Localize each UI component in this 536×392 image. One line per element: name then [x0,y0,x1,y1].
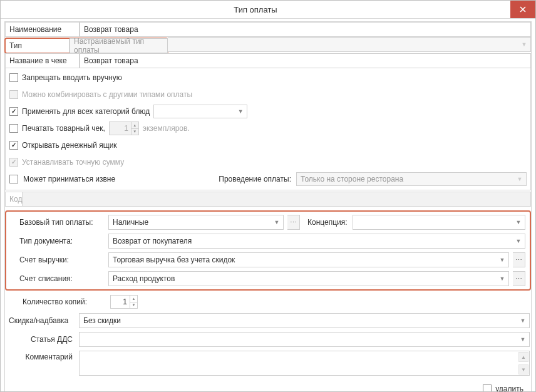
doc-type-label: Тип документа: [11,237,105,245]
dds-select[interactable]: ▼ [79,332,530,347]
name-input[interactable] [80,22,531,37]
chevron-down-icon: ▼ [518,314,528,327]
copies-stepper[interactable]: 1 ▲▼ [110,295,138,309]
name-label: Наименование [5,22,80,37]
revenue-account-select[interactable]: Торговая выручка без учета скидок ▼ [108,252,509,267]
writeoff-account-label: Счет списания: [11,274,105,283]
window-title: Тип оплаты [1,1,510,18]
scroll-down-icon[interactable]: ▼ [518,364,528,374]
code-label: Код [5,192,23,207]
accept-external-checkbox[interactable] [9,175,18,183]
delete-checkbox[interactable] [483,384,492,392]
accept-external-label: Может приниматься извне [23,175,115,183]
chevron-down-icon: ▼ [519,39,529,50]
doc-type-select[interactable]: Возврат от покупателя ▼ [108,234,525,249]
apply-all-categories-checkbox[interactable] [9,107,18,116]
chevron-down-icon: ▼ [513,235,523,247]
receipt-name-input[interactable] [80,53,531,68]
down-arrow-icon[interactable]: ▼ [130,302,137,309]
set-exact-sum-checkbox [9,158,18,167]
chevron-down-icon: ▼ [518,333,528,346]
deny-manual-checkbox[interactable] [9,73,18,82]
receipt-name-label: Название в чеке [5,53,80,68]
set-exact-sum-label: Устанавливать точную сумму [22,158,124,167]
code-input [23,192,531,207]
categories-select[interactable]: ▼ [153,105,247,118]
revenue-account-value: Торговая выручка без учета скидок [113,255,235,264]
concept-label: Концепция: [304,218,349,227]
revenue-account-browse-button[interactable]: ⋯ [513,252,525,267]
chevron-down-icon: ▼ [497,254,507,266]
highlighted-section: Базовый тип оплаты: Наличные ▼ ⋯ Концепц… [5,210,531,291]
scrollbar[interactable]: ▲ ▼ [518,352,528,374]
copies-label: Количество копий: [6,297,106,306]
chevron-down-icon: ▼ [272,216,282,229]
base-type-browse-button[interactable]: ⋯ [287,215,300,230]
close-button[interactable] [510,1,535,18]
chevron-down-icon: ▼ [497,272,507,285]
concept-select[interactable]: ▼ [353,215,525,230]
type-select[interactable]: Настраиваемый тип оплаты [70,38,168,53]
copies-value: 1 [111,296,130,308]
base-type-select[interactable]: Наличные ▼ [108,215,284,230]
open-drawer-label: Открывать денежный ящик [22,141,117,150]
delete-label: удалить [495,384,523,392]
combine-other-checkbox [9,90,18,99]
scroll-up-icon[interactable]: ▲ [518,352,528,362]
revenue-account-label: Счет выручки: [11,255,105,264]
discount-select[interactable]: Без скидки ▼ [79,313,530,328]
print-slip-label: Печатать товарный чек, [22,124,105,133]
writeoff-account-select[interactable]: Расход продуктов ▼ [108,271,509,286]
apply-all-categories-label: Применять для всех категорий блюд [22,107,150,116]
doc-type-value: Возврат от покупателя [113,237,192,245]
discount-value: Без скидки [83,316,121,325]
options-group: Запрещать вводить вручную Можно комбинир… [5,68,531,190]
print-copies-stepper: 1 ▲▼ [109,121,139,135]
close-icon [520,6,526,13]
discount-label: Скидка/надбавка [6,316,75,325]
type-value: Настраиваемый тип оплаты [74,37,155,54]
writeoff-account-browse-button[interactable]: ⋯ [513,271,525,286]
base-type-value: Наличные [113,218,148,227]
comment-textarea[interactable]: ▲ ▼ [79,351,530,376]
writeoff-account-value: Расход продуктов [113,274,175,283]
type-select-ext[interactable]: ▼ [168,37,531,52]
print-copies-value: 1 [110,122,131,135]
dds-label: Статья ДДС [6,335,75,344]
comment-label: Комментарий [6,351,75,361]
type-label: Тип [5,38,70,53]
base-type-label: Базовый тип оплаты: [11,218,105,227]
open-drawer-checkbox[interactable] [9,141,18,150]
processing-select: Только на стороне ресторана ▼ [296,172,527,186]
chevron-down-icon: ▼ [235,106,245,117]
print-slip-checkbox[interactable] [9,124,18,133]
combine-other-label: Можно комбинировать с другими типами опл… [22,90,192,99]
processing-value: Только на стороне ресторана [301,175,403,183]
chevron-down-icon: ▼ [515,173,525,185]
print-slip-suffix: экземпляров. [143,124,190,133]
up-arrow-icon[interactable]: ▲ [130,296,137,302]
deny-manual-label: Запрещать вводить вручную [22,73,122,82]
processing-label: Проведение оплаты: [219,175,291,183]
chevron-down-icon: ▼ [513,216,523,229]
